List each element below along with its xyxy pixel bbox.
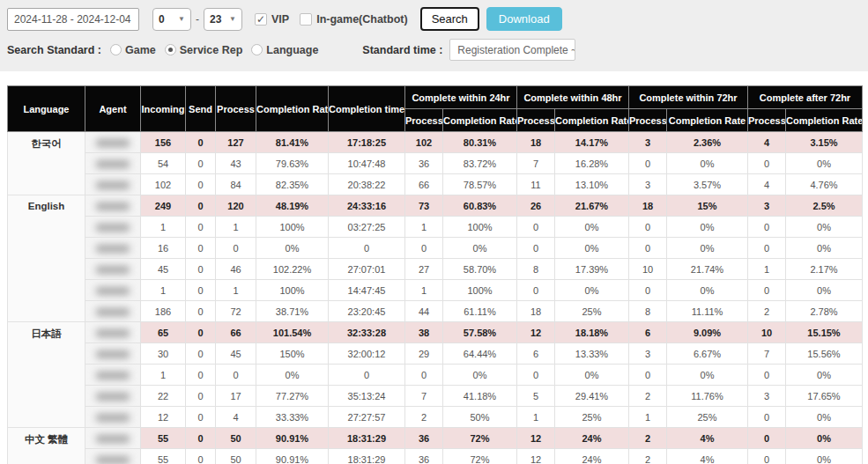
cell-within48-process: 26 [517,195,555,217]
date-range-input[interactable] [7,8,139,31]
filter-bar: 0 ▼ - 23 ▼ ✓ VIP ✓ In-game(Chatbot) Sear… [0,0,868,71]
agent-name-redacted [96,203,130,210]
cell-completion-rate: 38.71% [256,301,329,322]
column-header-agent: Agent [85,86,141,132]
cell-within24-rate: 83.72% [443,153,517,174]
column-subheader-complete-within-24hr-completion-rate: Completion Rate [443,109,517,132]
cell-send: 0 [186,449,216,464]
agent-cell [85,280,141,301]
cell-completion-rate: 79.63% [256,153,329,174]
cell-completion-time: 0 [329,365,405,386]
cell-completion-rate: 81.41% [256,132,329,153]
cell-after72-process: 10 [748,322,786,343]
cell-completion-time: 18:31:29 [329,449,405,464]
column-subheader-complete-within-48hr-process: Process [517,109,555,132]
cell-after72-process: 4 [748,174,786,195]
cell-completion-time: 20:38:22 [329,174,405,195]
cell-within48-process: 12 [517,322,555,343]
agent-cell [85,365,141,386]
radio-button-icon[interactable] [251,44,263,55]
column-subheader-complete-within-72hr-completion-rate: Completion Rate [667,109,748,132]
cell-within24-process: 27 [405,259,443,280]
table-row: 10208482.35%20:38:226678.57%1113.10%33.5… [8,174,863,195]
cell-incoming: 249 [141,195,186,217]
agent-name-redacted [96,160,130,168]
search-button[interactable]: Search [420,7,479,31]
cell-within72-process: 3 [629,174,667,195]
cell-completion-rate: 48.19% [256,195,329,217]
cell-incoming: 1 [141,280,186,301]
cell-send: 0 [186,301,216,322]
cell-process: 50 [216,428,256,449]
ingame-chatbot-checkbox[interactable]: ✓ In-game(Chatbot) [300,13,407,26]
cell-after72-rate: 15.56% [786,343,863,365]
cell-completion-time: 35:13:24 [329,386,405,407]
cell-incoming: 65 [141,322,186,343]
cell-incoming: 12 [141,407,186,428]
cell-send: 0 [186,238,216,259]
cell-within72-process: 0 [629,217,667,238]
agent-cell [85,238,141,259]
cell-completion-time: 27:07:01 [329,259,405,280]
completion-report-table: LanguageAgentIncomingSendProcessCompleti… [7,85,863,464]
radio-search-standard-language[interactable]: Language [251,44,318,56]
language-cell-blank: 日本語 [8,322,85,428]
cell-within72-process: 1 [629,407,667,428]
agent-name-redacted [96,266,130,274]
cell-process: 120 [216,195,256,217]
cell-completion-rate: 150% [256,343,329,365]
table-row: English249012048.19%24:33:167360.83%2621… [8,195,863,217]
cell-within72-process: 18 [629,195,667,217]
cell-within48-rate: 24% [555,449,629,464]
cell-within72-rate: 3.57% [667,174,748,195]
cell-within48-process: 7 [517,153,555,174]
agent-cell [85,174,141,195]
vip-checkbox-box[interactable]: ✓ [255,13,267,26]
download-button[interactable]: Download [486,7,562,31]
cell-send: 0 [186,259,216,280]
column-header-send: Send [186,86,216,132]
radio-search-standard-game[interactable]: Game [110,44,156,56]
cell-within24-process: 2 [405,407,443,428]
cell-within48-process: 0 [517,217,555,238]
cell-after72-process: 0 [748,238,786,259]
cell-within24-process: 0 [405,365,443,386]
cell-after72-process: 0 [748,407,786,428]
cell-within72-rate: 11.76% [667,386,748,407]
cell-within24-process: 36 [405,449,443,464]
radio-label: Game [125,44,156,56]
ingame-checkbox-box[interactable]: ✓ [300,13,312,26]
cell-process: 0 [216,238,256,259]
cell-within48-rate: 29.41% [555,386,629,407]
cell-completion-time: 32:00:12 [329,343,405,365]
agent-cell [85,386,141,407]
vip-checkbox-label: VIP [271,13,289,26]
cell-within24-rate: 61.11% [443,301,517,322]
cell-within72-rate: 0% [667,217,748,238]
cell-after72-rate: 2.78% [786,301,863,322]
cell-within24-process: 38 [405,322,443,343]
cell-after72-process: 0 [748,428,786,449]
column-subheader-complete-within-72hr-process: Process [629,109,667,132]
cell-within24-process: 66 [405,174,443,195]
radio-label: Service Rep [180,44,243,56]
hour-from-select[interactable]: 0 ▼ [152,8,191,31]
radio-button-icon[interactable] [110,44,122,55]
table-row: 中文 繁體5505090.91%18:31:293672%1224%24%00% [8,428,863,449]
cell-within72-process: 3 [629,343,667,365]
cell-after72-process: 0 [748,449,786,464]
table-row: 2201777.27%35:13:24741.18%529.41%211.76%… [8,386,863,407]
cell-completion-time: 18:31:29 [329,428,405,449]
agent-cell [85,195,141,217]
column-subheader-complete-after-72hr-process: Process [748,109,786,132]
hour-to-select[interactable]: 23 ▼ [204,8,242,31]
vip-checkbox[interactable]: ✓ VIP [255,13,289,26]
cell-within72-process: 6 [629,322,667,343]
radio-button-icon[interactable] [165,44,176,55]
agent-cell [85,301,141,322]
cell-within72-rate: 0% [667,365,748,386]
cell-incoming: 1 [141,217,186,238]
radio-search-standard-service-rep[interactable]: Service Rep [165,44,243,56]
standard-time-select[interactable]: Registeration Complete ~ Cor [449,39,575,61]
cell-within48-process: 12 [517,449,555,464]
